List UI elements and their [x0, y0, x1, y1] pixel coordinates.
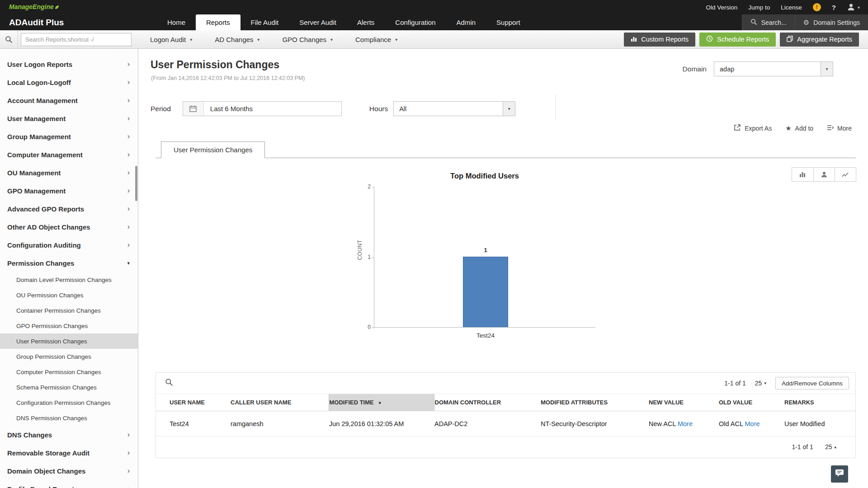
sidebar-subitem-domain-level-permission-changes[interactable]: Domain Level Permission Changes [0, 272, 138, 287]
sidebar-item-configuration-auditing[interactable]: Configuration Auditing› [0, 236, 138, 254]
star-icon: ★ [785, 124, 791, 132]
column-header-caller-user-name[interactable]: CALLER USER NAME [230, 394, 329, 411]
clock-icon [706, 35, 713, 43]
cell-caller-user-name: ramganesh [230, 411, 329, 436]
add-remove-columns-button[interactable]: Add/Remove Columns [775, 377, 849, 389]
aggregate-reports-button[interactable]: Aggregate Reports [780, 33, 859, 47]
column-header-old-value[interactable]: OLD VALUE [718, 394, 784, 411]
domain-settings-button[interactable]: ⚙ Domain Settings [795, 14, 868, 30]
menu-compliance[interactable]: Compliance▾ [344, 36, 409, 43]
sidebar-item-other-ad-object-changes[interactable]: Other AD Object Changes› [0, 218, 138, 236]
help-icon[interactable]: ? [832, 4, 836, 11]
topbar-row-1: ManageEngine Old Version Jump to License… [0, 0, 868, 14]
column-header-modified-time[interactable]: MODIFIED TIME▼ [329, 394, 434, 411]
page-size-select[interactable]: 25 ▾ [755, 380, 766, 387]
sidebar-item-user-logon-reports[interactable]: User Logon Reports› [0, 55, 138, 73]
license-link[interactable]: License [781, 4, 802, 11]
nav-tab-configuration[interactable]: Configuration [385, 14, 446, 30]
column-header-user-name[interactable]: USER NAME [156, 394, 230, 411]
nav-tab-home[interactable]: Home [157, 14, 196, 30]
domain-select[interactable]: adap ▾ [714, 61, 833, 76]
page-subtitle: (From Jan 14,2016 12:42:03 PM to Jul 12,… [151, 75, 305, 81]
more-link[interactable]: More [745, 420, 760, 427]
sidebar-item-gpo-management[interactable]: GPO Management› [0, 182, 138, 200]
results-table-panel: 1-1 of 1 25 ▾ Add/Remove Columns USER NA… [156, 372, 856, 458]
sidebar-subitem-configuration-permission-changes[interactable]: Configuration Permission Changes [0, 395, 138, 410]
more-action[interactable]: More [827, 125, 852, 132]
user-menu[interactable]: ▾ [847, 3, 860, 12]
sidebar-item-profile-based-reports[interactable]: Profile Based Reports› [0, 480, 138, 488]
report-search-icon[interactable] [0, 30, 18, 49]
sidebar-item-removable-storage-audit[interactable]: Removable Storage Audit› [0, 444, 138, 462]
chevron-right-icon: › [127, 205, 130, 213]
caret-down-icon: ▾ [127, 260, 130, 266]
add-to-action[interactable]: ★ Add to [785, 124, 813, 132]
domain-select-value: adap [714, 66, 821, 73]
cell-domain-controller: ADAP-DC2 [434, 411, 540, 436]
nav-tab-server-audit[interactable]: Server Audit [289, 14, 347, 30]
nav-tab-reports[interactable]: Reports [196, 14, 241, 30]
sidebar-item-permission-changes[interactable]: Permission Changes▾ [0, 254, 138, 272]
menu-logon-audit[interactable]: Logon Audit▾ [139, 36, 203, 43]
nav-tab-alerts[interactable]: Alerts [347, 14, 385, 30]
sidebar-item-domain-object-changes[interactable]: Domain Object Changes› [0, 462, 138, 480]
sidebar-item-group-management[interactable]: Group Management› [0, 127, 138, 145]
top-users-icon[interactable] [813, 168, 835, 181]
chevron-right-icon: › [127, 78, 130, 86]
sidebar-subitem-user-permission-changes[interactable]: User Permission Changes [0, 333, 138, 349]
schedule-reports-button[interactable]: Schedule Reports [699, 33, 776, 47]
chevron-right-icon: › [127, 449, 130, 457]
calendar-icon[interactable] [183, 102, 204, 116]
column-header-domain-controller[interactable]: DOMAIN CONTROLLER [434, 394, 540, 411]
chevron-right-icon: › [127, 485, 130, 488]
column-header-modified-attributes[interactable]: MODIFIED ATTRIBUTES [540, 394, 648, 411]
chart-type-icon[interactable] [792, 168, 813, 181]
column-header-new-value[interactable]: NEW VALUE [648, 394, 718, 411]
nav-tab-file-audit[interactable]: File Audit [241, 14, 289, 30]
sidebar-item-ou-management[interactable]: OU Management› [0, 164, 138, 182]
main-content: User Permission Changes (From Jan 14,201… [139, 49, 868, 488]
table-search-icon[interactable] [165, 378, 173, 388]
jump-to-link[interactable]: Jump to [748, 4, 770, 11]
nav-tab-admin[interactable]: Admin [446, 14, 486, 30]
custom-reports-button[interactable]: Custom Reports [624, 33, 695, 47]
period-picker[interactable]: Last 6 Months [183, 101, 342, 116]
line-chart-icon[interactable] [835, 168, 856, 181]
caret-down-icon[interactable]: ▾ [821, 62, 833, 76]
topbar-search-button[interactable]: Search... [742, 14, 795, 30]
table-row[interactable]: Test24ramganeshJun 29,2016 01:32:05 AMAD… [156, 411, 856, 436]
sidebar-item-user-management[interactable]: User Management› [0, 109, 138, 127]
sidebar-subitem-schema-permission-changes[interactable]: Schema Permission Changes [0, 380, 138, 395]
hours-select[interactable]: All ▾ [393, 101, 515, 116]
notification-icon[interactable]: ! [813, 3, 821, 11]
feedback-button[interactable] [831, 465, 848, 483]
sidebar-item-local-logon-logoff[interactable]: Local Logon-Logoff› [0, 73, 138, 91]
sidebar-subitem-computer-permission-changes[interactable]: Computer Permission Changes [0, 364, 138, 380]
footer-page-size-select[interactable]: 25 ▴ [825, 443, 836, 450]
chart-bar[interactable] [463, 257, 508, 327]
tab-user-permission-changes[interactable]: User Permission Changes [161, 141, 265, 158]
sidebar-item-computer-management[interactable]: Computer Management› [0, 145, 138, 164]
old-version-link[interactable]: Old Version [706, 4, 737, 11]
chart-plot: COUNT 0121Test24 [374, 187, 595, 328]
sidebar-subitem-gpo-permission-changes[interactable]: GPO Permission Changes [0, 318, 138, 333]
y-tick-mark [372, 187, 374, 188]
sidebar-subitem-dns-permission-changes[interactable]: DNS Permission Changes [0, 410, 138, 426]
sidebar-item-account-management[interactable]: Account Management› [0, 91, 138, 109]
menu-label: Compliance [355, 36, 391, 43]
report-search-input[interactable] [21, 33, 132, 46]
menu-ad-changes[interactable]: AD Changes▾ [203, 36, 271, 43]
sidebar-scrollbar[interactable] [135, 166, 137, 201]
menu-gpo-changes[interactable]: GPO Changes▾ [271, 36, 344, 43]
caret-down-icon[interactable]: ▾ [503, 102, 515, 116]
manageengine-logo: ManageEngine [9, 3, 59, 11]
column-header-remarks[interactable]: REMARKS [784, 394, 856, 411]
nav-tab-support[interactable]: Support [486, 14, 531, 30]
more-link[interactable]: More [678, 420, 693, 427]
sidebar-item-advanced-gpo-reports[interactable]: Advanced GPO Reports› [0, 200, 138, 218]
sidebar-subitem-group-permission-changes[interactable]: Group Permission Changes [0, 349, 138, 364]
sidebar-item-dns-changes[interactable]: DNS Changes› [0, 426, 138, 444]
export-as-action[interactable]: Export As [734, 124, 772, 132]
sidebar-subitem-ou-permission-changes[interactable]: OU Permission Changes [0, 287, 138, 303]
sidebar-subitem-container-permission-changes[interactable]: Container Permission Changes [0, 303, 138, 318]
